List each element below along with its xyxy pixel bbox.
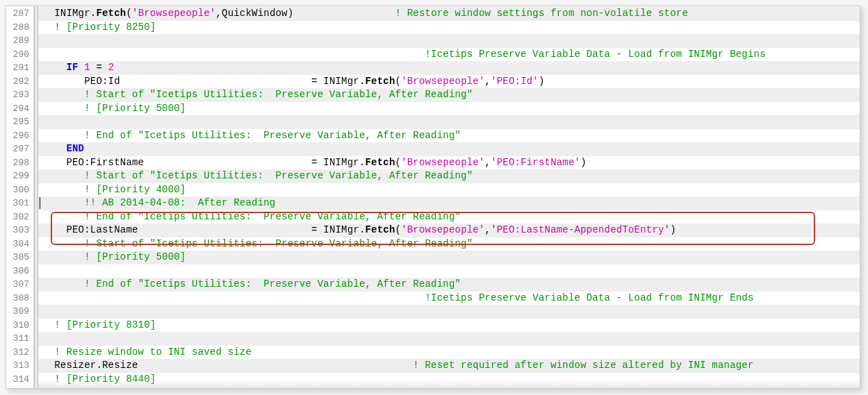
line-number: 289 (6, 34, 33, 48)
line-number: 307 (6, 278, 33, 292)
code-line[interactable]: ! Start of "Icetips Utilities: Preserve … (38, 169, 860, 183)
code-line[interactable]: ! [Priority 8310] (38, 319, 860, 333)
line-number: 314 (6, 373, 33, 387)
code-line[interactable]: ! End of "Icetips Utilities: Preserve Va… (38, 210, 860, 224)
code-line[interactable]: ! Resize window to INI saved size (38, 346, 860, 360)
line-number: 310 (6, 319, 33, 333)
code-line[interactable]: INIMgr.Fetch('Browsepeople',QuickWindow)… (38, 7, 860, 21)
line-number: 295 (6, 115, 33, 129)
line-number: 304 (6, 237, 33, 251)
code-line[interactable]: ! End of "Icetips Utilities: Preserve Va… (38, 129, 860, 143)
code-line[interactable]: ! Start of "Icetips Utilities: Preserve … (38, 237, 860, 251)
line-number: 306 (6, 264, 33, 278)
code-line[interactable] (38, 264, 860, 278)
code-line[interactable] (38, 305, 860, 319)
line-number: 312 (6, 346, 33, 360)
code-line[interactable]: IF 1 = 2 (38, 61, 860, 75)
line-number: 303 (6, 224, 33, 237)
code-line[interactable]: ! Start of "Icetips Utilities: Preserve … (38, 88, 860, 102)
code-area[interactable]: INIMgr.Fetch('Browsepeople',QuickWindow)… (38, 6, 860, 388)
code-editor: 2872882892902912922932942952962972982993… (6, 6, 860, 389)
line-number: 297 (6, 142, 33, 156)
text-cursor (40, 197, 40, 209)
line-number-gutter: 2872882892902912922932942952962972982993… (6, 6, 34, 388)
line-number: 309 (6, 305, 33, 319)
code-line[interactable] (38, 332, 860, 346)
line-number: 299 (6, 169, 33, 183)
code-line[interactable] (38, 34, 860, 48)
line-number: 292 (6, 75, 33, 89)
code-line[interactable]: PEO:Id = INIMgr.Fetch('Browsepeople','PE… (38, 75, 860, 89)
line-number: 300 (6, 183, 33, 197)
line-number: 294 (6, 102, 33, 116)
code-line[interactable]: !Icetips Preserve Variable Data - Load f… (38, 48, 860, 62)
code-line[interactable]: ! End of "Icetips Utilities: Preserve Va… (38, 278, 860, 292)
line-number: 293 (6, 88, 33, 102)
code-line[interactable] (38, 115, 860, 129)
code-line[interactable]: END (38, 142, 860, 156)
line-number: 296 (6, 129, 33, 143)
line-number: 298 (6, 156, 33, 170)
code-line[interactable]: PEO:LastName = INIMgr.Fetch('Browsepeopl… (38, 224, 860, 237)
line-number: 287 (6, 7, 33, 21)
line-number: 313 (6, 359, 33, 373)
line-number: 301 (6, 196, 33, 210)
line-number: 311 (6, 332, 33, 346)
code-line[interactable]: ! [Priority 4000] (38, 183, 860, 197)
code-line[interactable]: Resizer.Resize ! Reset required after wi… (38, 359, 860, 373)
code-line[interactable]: ! [Priority 8440] (38, 373, 860, 387)
line-number: 288 (6, 21, 33, 35)
line-number: 290 (6, 48, 33, 62)
code-line[interactable]: ! [Priority 5000] (38, 251, 860, 264)
code-line[interactable]: !Icetips Preserve Variable Data - Load f… (38, 292, 860, 305)
code-line[interactable]: PEO:FirstName = INIMgr.Fetch('Browsepeop… (38, 156, 860, 170)
line-number: 291 (6, 61, 33, 75)
line-number: 308 (6, 292, 33, 305)
code-line[interactable]: ! [Priority 5000] (38, 102, 860, 116)
line-number: 305 (6, 251, 33, 264)
line-number: 302 (6, 210, 33, 224)
code-line[interactable]: ! [Priority 8250] (38, 21, 860, 35)
code-line[interactable]: !! AB 2014-04-08: After Reading (38, 196, 860, 210)
